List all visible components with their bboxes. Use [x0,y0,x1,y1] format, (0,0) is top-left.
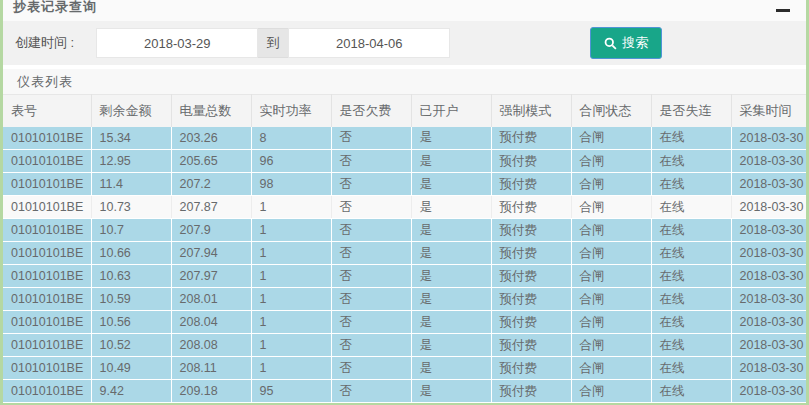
table-cell: 2018-03-30 15:1 [731,288,806,311]
table-row[interactable]: 01010101BE10.59208.011否是预付费合闸在线2018-03-3… [3,288,806,311]
table-cell: 合闸 [571,357,651,380]
table-cell: 否 [331,357,411,380]
table-cell: 1 [251,265,331,288]
table-cell: 10.66 [91,242,171,265]
column-header: 剩余金额 [91,95,171,127]
search-button[interactable]: 搜索 [590,27,662,59]
table-row[interactable]: 01010101BE10.49208.111否是预付费合闸在线2018-03-3… [3,357,806,380]
table-cell: 是 [411,150,491,173]
column-header: 已开户 [411,95,491,127]
table-cell: 2018-03-30 15:1 [731,380,806,403]
table-cell: 预付费 [491,357,571,380]
table-cell: 否 [331,242,411,265]
table-cell: 否 [331,311,411,334]
table-cell: 否 [331,265,411,288]
table-cell: 是 [411,380,491,403]
table-cell: 1 [251,242,331,265]
table-cell: 在线 [651,311,731,334]
table-cell: 是 [411,196,491,219]
section-bar: 仪表列表 [3,65,806,94]
table-cell: 01010101BE [3,311,91,334]
table-cell: 否 [331,150,411,173]
table-cell: 在线 [651,357,731,380]
table-cell: 合闸 [571,334,651,357]
table-cell: 95 [251,380,331,403]
table-row[interactable]: 01010101BE9.42209.1895否是预付费合闸在线2018-03-3… [3,380,806,403]
table-cell: 在线 [651,150,731,173]
table-row[interactable]: 01010101BE15.34203.268否是预付费合闸在线2018-03-3… [3,127,806,150]
table-cell: 否 [331,127,411,150]
table-cell: 01010101BE [3,357,91,380]
date-range-to-label: 到 [258,28,288,58]
table-cell: 10.73 [91,196,171,219]
table-cell: 10.7 [91,219,171,242]
table-cell: 在线 [651,334,731,357]
table-cell: 合闸 [571,173,651,196]
date-from-input[interactable] [96,28,258,58]
minus-icon[interactable] [776,9,790,12]
table-cell: 12.95 [91,150,171,173]
table-cell: 208.04 [171,311,251,334]
table-cell: 98 [251,173,331,196]
table-cell: 合闸 [571,127,651,150]
table-cell: 10.49 [91,357,171,380]
table-cell: 10.52 [91,334,171,357]
table-cell: 预付费 [491,173,571,196]
table-cell: 预付费 [491,219,571,242]
table-cell: 2018-03-30 15:1 [731,127,806,150]
table-row[interactable]: 01010101BE10.7207.91否是预付费合闸在线2018-03-30 … [3,219,806,242]
table-cell: 是 [411,288,491,311]
table-cell: 2018-03-30 15:1 [731,334,806,357]
table-row[interactable]: 01010101BE10.63207.971否是预付费合闸在线2018-03-3… [3,265,806,288]
table-row[interactable]: 01010101BE10.66207.941否是预付费合闸在线2018-03-3… [3,242,806,265]
table-cell: 否 [331,380,411,403]
table-cell: 预付费 [491,265,571,288]
column-header: 合闸状态 [571,95,651,127]
table-cell: 15.34 [91,127,171,150]
table-cell: 208.01 [171,288,251,311]
table-cell: 在线 [651,173,731,196]
table-cell: 207.2 [171,173,251,196]
table-cell: 207.94 [171,242,251,265]
column-header: 电量总数 [171,95,251,127]
table-cell: 合闸 [571,265,651,288]
table-body: 01010101BE15.34203.268否是预付费合闸在线2018-03-3… [3,127,806,403]
table-cell: 209.18 [171,380,251,403]
table-cell: 预付费 [491,334,571,357]
table-row[interactable]: 01010101BE10.56208.041否是预付费合闸在线2018-03-3… [3,311,806,334]
table-cell: 否 [331,334,411,357]
table-cell: 2018-03-30 15:1 [731,357,806,380]
table-cell: 10.56 [91,311,171,334]
table-cell: 在线 [651,219,731,242]
table-cell: 01010101BE [3,127,91,150]
table-cell: 否 [331,173,411,196]
table-cell: 合闸 [571,219,651,242]
table-cell: 是 [411,311,491,334]
table-cell: 2018-03-30 15:1 [731,242,806,265]
table-cell: 2018-03-30 15:1 [731,196,806,219]
panel-heading: 抄表记录查询 [3,0,806,21]
table-row[interactable]: 01010101BE12.95205.6596否是预付费合闸在线2018-03-… [3,150,806,173]
table-cell: 1 [251,311,331,334]
filter-bar: 创建时间 : 到 搜索 [3,21,806,65]
table-row[interactable]: 01010101BE11.4207.298否是预付费合闸在线2018-03-30… [3,173,806,196]
column-header: 实时功率 [251,95,331,127]
table-cell: 合闸 [571,150,651,173]
table-row[interactable]: 01010101BE10.73207.871否是预付费合闸在线2018-03-3… [3,196,806,219]
table-row[interactable]: 01010101BE10.52208.081否是预付费合闸在线2018-03-3… [3,334,806,357]
table-cell: 1 [251,357,331,380]
table-cell: 在线 [651,196,731,219]
table-cell: 合闸 [571,196,651,219]
table-cell: 预付费 [491,196,571,219]
date-to-input[interactable] [288,28,450,58]
table-cell: 207.97 [171,265,251,288]
table-cell: 是 [411,219,491,242]
table-cell: 合闸 [571,380,651,403]
table-cell: 2018-03-30 15:1 [731,265,806,288]
table-cell: 01010101BE [3,288,91,311]
table-cell: 否 [331,219,411,242]
table-cell: 合闸 [571,242,651,265]
meter-query-panel: 抄表记录查询 创建时间 : 到 搜索 仪表列表 [0,0,809,405]
table-cell: 预付费 [491,288,571,311]
table-cell: 01010101BE [3,173,91,196]
